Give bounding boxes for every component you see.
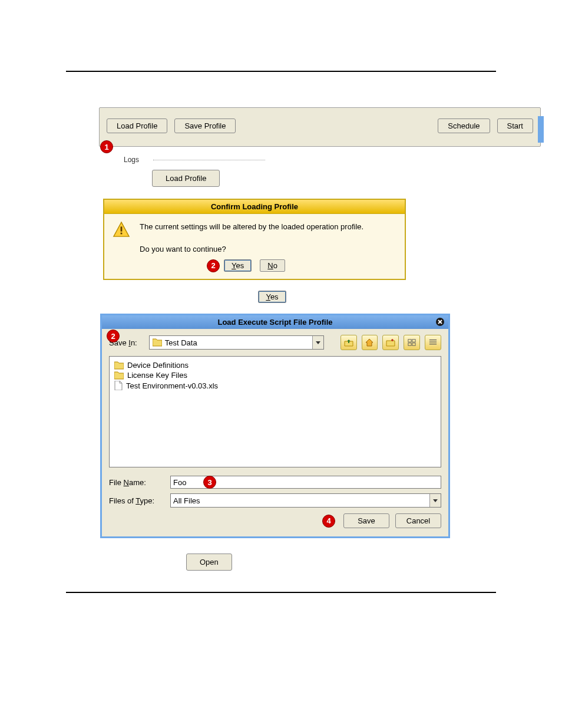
yes-button[interactable]: Yes [224, 259, 252, 272]
open-standalone-button[interactable]: Open [186, 554, 232, 571]
list-item-label: License Key Files [127, 371, 187, 380]
load-profile-button[interactable]: Load Profile [107, 118, 167, 133]
svg-rect-6 [408, 343, 411, 345]
confirm-dialog: Confirm Loading Profile The current sett… [103, 199, 406, 280]
yes-standalone-button[interactable]: Yes [258, 291, 286, 303]
list-view-icon[interactable] [404, 335, 420, 350]
folder-icon [114, 361, 124, 370]
files-of-type-label: Files of Type: [109, 496, 164, 505]
file-dialog-title: Load Execute Script File Profile [102, 315, 448, 329]
load-profile-standalone-button[interactable]: Load Profile [152, 170, 220, 187]
folder-icon [153, 338, 162, 347]
files-of-type-value: All Files [173, 496, 200, 505]
list-item[interactable]: Test Environment-v0.03.xls [114, 380, 436, 391]
close-icon[interactable] [435, 317, 445, 327]
cancel-button[interactable]: Cancel [395, 513, 441, 528]
files-of-type-select[interactable]: All Files [170, 493, 441, 508]
list-item[interactable]: License Key Files [114, 370, 436, 380]
right-accent [538, 116, 544, 143]
svg-rect-2 [121, 233, 123, 235]
confirm-message-2: Do you want to continue? [140, 243, 363, 255]
file-icon [114, 381, 123, 390]
callout-2: 2 [207, 259, 220, 272]
warning-icon [113, 221, 130, 238]
callout-2b: 2 [107, 330, 120, 342]
callout-1: 1 [100, 140, 113, 153]
save-in-select[interactable]: Test Data [149, 335, 324, 350]
save-profile-button[interactable]: Save Profile [174, 118, 236, 133]
chevron-down-icon[interactable] [312, 336, 323, 349]
svg-rect-4 [408, 340, 411, 342]
toolbar: Load Profile Save Profile Schedule Start [99, 107, 541, 147]
confirm-message-1: The current settings will be altered by … [140, 221, 363, 233]
list-item[interactable]: Device Definitions [114, 360, 436, 370]
list-item-label: Device Definitions [127, 361, 189, 370]
file-dialog: Load Execute Script File Profile 2 Save … [100, 314, 450, 538]
save-button[interactable]: Save [343, 513, 389, 528]
list-item-label: Test Environment-v0.03.xls [126, 381, 218, 390]
callout-3: 3 [203, 476, 216, 489]
file-name-label: File Name: [109, 478, 164, 487]
callout-4: 4 [322, 515, 335, 528]
schedule-button[interactable]: Schedule [438, 118, 490, 133]
file-list[interactable]: Device Definitions License Key Files Tes… [109, 356, 441, 467]
home-icon[interactable] [362, 335, 378, 350]
folder-icon [114, 371, 124, 380]
details-view-icon[interactable] [425, 335, 441, 350]
save-in-value: Test Data [165, 338, 197, 347]
confirm-dialog-title: Confirm Loading Profile [104, 200, 405, 214]
up-folder-icon[interactable] [340, 335, 357, 350]
new-folder-icon[interactable] [382, 335, 399, 350]
divider [153, 160, 265, 160]
svg-rect-7 [412, 343, 415, 345]
svg-rect-5 [412, 340, 415, 342]
chevron-down-icon[interactable] [429, 494, 441, 507]
svg-rect-1 [121, 226, 123, 231]
no-button[interactable]: No [260, 259, 285, 272]
logs-label: Logs [124, 156, 139, 164]
start-button[interactable]: Start [497, 118, 533, 133]
